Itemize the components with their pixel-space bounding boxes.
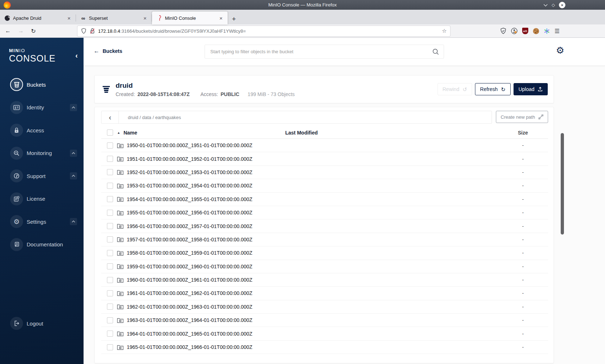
bookmark-star-icon[interactable]: ☆ bbox=[442, 28, 447, 34]
object-name[interactable]: 1952-01-01T00:00:00.000Z_1953-01-01T00:0… bbox=[127, 169, 252, 175]
chevron-up-icon[interactable] bbox=[70, 104, 77, 111]
object-name[interactable]: 1963-01-01T00:00:00.000Z_1964-01-01T00:0… bbox=[127, 317, 252, 323]
breadcrumb-back-icon[interactable]: ‹ bbox=[102, 111, 119, 123]
object-name[interactable]: 1950-01-01T00:00:00.000Z_1951-01-01T00:0… bbox=[127, 142, 252, 148]
row-checkbox[interactable] bbox=[107, 169, 113, 175]
sidebar-item-support[interactable]: Support bbox=[0, 164, 84, 187]
row-checkbox[interactable] bbox=[107, 250, 113, 256]
object-name[interactable]: 1964-01-01T00:00:00.000Z_1965-01-01T00:0… bbox=[127, 331, 252, 337]
chevron-up-icon[interactable] bbox=[70, 172, 77, 179]
sidebar-item-documentation[interactable]: Documentation bbox=[0, 233, 84, 256]
chevron-up-icon[interactable] bbox=[70, 218, 77, 225]
object-name[interactable]: 1951-01-01T00:00:00.000Z_1952-01-01T00:0… bbox=[127, 156, 252, 162]
sidebar-collapse-icon[interactable]: ‹ bbox=[75, 51, 78, 60]
row-checkbox[interactable] bbox=[107, 236, 113, 242]
column-header-size[interactable]: Size bbox=[498, 130, 548, 136]
tracking-shield-icon[interactable] bbox=[81, 28, 86, 34]
hamburger-menu-icon[interactable]: ☰ bbox=[555, 28, 560, 35]
ublock-origin-icon[interactable]: uO bbox=[522, 28, 528, 34]
table-row[interactable]: 1954-01-01T00:00:00.000Z_1955-01-01T00:0… bbox=[101, 193, 548, 206]
tab-apache-druid[interactable]: Apache Druid × bbox=[0, 12, 76, 24]
object-name[interactable]: 1953-01-01T00:00:00.000Z_1954-01-01T00:0… bbox=[127, 183, 252, 188]
chevron-up-icon[interactable] bbox=[70, 150, 77, 157]
table-row[interactable]: 1963-01-01T00:00:00.000Z_1964-01-01T00:0… bbox=[101, 314, 548, 327]
column-header-last-modified[interactable]: Last Modified bbox=[285, 130, 498, 136]
table-row[interactable]: 1962-01-01T00:00:00.000Z_1963-01-01T00:0… bbox=[101, 300, 548, 314]
row-checkbox[interactable] bbox=[107, 344, 113, 350]
search-input[interactable] bbox=[205, 45, 433, 58]
profile-extension-icon[interactable] bbox=[511, 28, 517, 34]
console-settings-gear-icon[interactable]: ⚙ bbox=[556, 46, 564, 55]
upload-button[interactable]: Upload bbox=[514, 83, 548, 95]
back-to-buckets-link[interactable]: ← Buckets bbox=[94, 48, 122, 54]
url-bar[interactable]: 172.18.0.4:31664/buckets/druid/browse/ZG… bbox=[77, 26, 450, 36]
breadcrumb[interactable]: druid / data / earthquakes bbox=[119, 111, 181, 123]
table-row[interactable]: 1951-01-01T00:00:00.000Z_1952-01-01T00:0… bbox=[101, 152, 548, 165]
table-row[interactable]: 1961-01-01T00:00:00.000Z_1962-01-01T00:0… bbox=[101, 287, 548, 300]
sidebar-item-logout[interactable]: Logout bbox=[0, 312, 84, 335]
tab-close-icon[interactable]: × bbox=[65, 15, 73, 21]
object-name[interactable]: 1954-01-01T00:00:00.000Z_1955-01-01T00:0… bbox=[127, 196, 252, 202]
forward-icon[interactable]: → bbox=[18, 28, 24, 34]
sidebar-item-monitoring[interactable]: Monitoring bbox=[0, 142, 84, 165]
insecure-lock-icon[interactable] bbox=[90, 28, 95, 34]
refresh-button[interactable]: Refresh↻ bbox=[475, 83, 511, 95]
sort-ascending-icon[interactable]: ▲ bbox=[117, 131, 120, 135]
tab-minio-console[interactable]: MinIO Console × bbox=[152, 12, 228, 24]
row-checkbox[interactable] bbox=[107, 183, 113, 189]
row-checkbox[interactable] bbox=[107, 263, 113, 269]
shield-check-extension-icon[interactable] bbox=[500, 28, 506, 34]
colorful-asterisk-extension-icon[interactable] bbox=[544, 28, 550, 34]
create-new-path-button[interactable]: Create new path bbox=[496, 111, 548, 123]
tab-superset[interactable]: ∞ Superset × bbox=[76, 12, 152, 24]
reload-icon[interactable]: ↻ bbox=[31, 28, 36, 35]
new-tab-button[interactable]: + bbox=[228, 15, 240, 24]
object-name[interactable]: 1956-01-01T00:00:00.000Z_1957-01-01T00:0… bbox=[127, 223, 252, 229]
rewind-button[interactable]: Rewind↺ bbox=[438, 83, 472, 95]
tab-close-icon[interactable]: × bbox=[217, 15, 225, 21]
row-checkbox[interactable] bbox=[107, 210, 113, 216]
sidebar-item-settings[interactable]: ⚙ Settings bbox=[0, 210, 84, 233]
sidebar-item-identity[interactable]: Identity bbox=[0, 96, 84, 119]
table-row[interactable]: 1960-01-01T00:00:00.000Z_1961-01-01T00:0… bbox=[101, 273, 548, 287]
row-checkbox[interactable] bbox=[107, 277, 113, 283]
row-checkbox[interactable] bbox=[107, 156, 113, 162]
row-checkbox[interactable] bbox=[107, 317, 113, 323]
table-row[interactable]: 1956-01-01T00:00:00.000Z_1957-01-01T00:0… bbox=[101, 219, 548, 233]
object-name[interactable]: 1959-01-01T00:00:00.000Z_1960-01-01T00:0… bbox=[127, 264, 252, 269]
tab-close-icon[interactable]: × bbox=[141, 15, 149, 21]
table-row[interactable]: 1965-01-01T00:00:00.000Z_1966-01-01T00:0… bbox=[101, 341, 548, 354]
object-name[interactable]: 1961-01-01T00:00:00.000Z_1962-01-01T00:0… bbox=[127, 290, 252, 296]
table-row[interactable]: 1964-01-01T00:00:00.000Z_1965-01-01T00:0… bbox=[101, 327, 548, 340]
select-all-checkbox[interactable] bbox=[107, 129, 113, 136]
object-name[interactable]: 1957-01-01T00:00:00.000Z_1958-01-01T00:0… bbox=[127, 237, 252, 242]
window-minimize-icon[interactable] bbox=[543, 4, 548, 6]
table-row[interactable]: 1959-01-01T00:00:00.000Z_1960-01-01T00:0… bbox=[101, 260, 548, 273]
table-row[interactable]: 1952-01-01T00:00:00.000Z_1953-01-01T00:0… bbox=[101, 166, 548, 179]
sidebar-item-buckets[interactable]: Buckets bbox=[0, 73, 84, 96]
row-checkbox[interactable] bbox=[107, 196, 113, 202]
object-name[interactable]: 1955-01-01T00:00:00.000Z_1956-01-01T00:0… bbox=[127, 210, 252, 215]
object-name[interactable]: 1965-01-01T00:00:00.000Z_1966-01-01T00:0… bbox=[127, 344, 252, 350]
window-close-icon[interactable]: × bbox=[559, 2, 565, 8]
cookie-extension-icon[interactable] bbox=[533, 28, 539, 34]
row-checkbox[interactable] bbox=[107, 223, 113, 229]
table-row[interactable]: 1953-01-01T00:00:00.000Z_1954-01-01T00:0… bbox=[101, 179, 548, 192]
scrollbar-thumb[interactable] bbox=[561, 133, 564, 235]
row-checkbox[interactable] bbox=[107, 304, 113, 310]
table-row[interactable]: 1955-01-01T00:00:00.000Z_1956-01-01T00:0… bbox=[101, 206, 548, 219]
row-checkbox[interactable] bbox=[107, 142, 113, 149]
column-header-name[interactable]: Name bbox=[124, 130, 137, 136]
table-row[interactable]: 1950-01-01T00:00:00.000Z_1951-01-01T00:0… bbox=[101, 139, 548, 152]
sidebar-item-access[interactable]: Access bbox=[0, 119, 84, 142]
window-maximize-icon[interactable]: ◇ bbox=[552, 3, 555, 7]
object-name[interactable]: 1960-01-01T00:00:00.000Z_1961-01-01T00:0… bbox=[127, 277, 252, 283]
row-checkbox[interactable] bbox=[107, 290, 113, 296]
table-row[interactable]: 1957-01-01T00:00:00.000Z_1958-01-01T00:0… bbox=[101, 233, 548, 246]
object-name[interactable]: 1958-01-01T00:00:00.000Z_1959-01-01T00:0… bbox=[127, 250, 252, 256]
access-value[interactable]: PUBLIC bbox=[220, 91, 239, 97]
table-row[interactable]: 1958-01-01T00:00:00.000Z_1959-01-01T00:0… bbox=[101, 246, 548, 260]
back-icon[interactable]: ← bbox=[5, 28, 11, 34]
row-checkbox[interactable] bbox=[107, 331, 113, 337]
object-name[interactable]: 1962-01-01T00:00:00.000Z_1963-01-01T00:0… bbox=[127, 304, 252, 310]
